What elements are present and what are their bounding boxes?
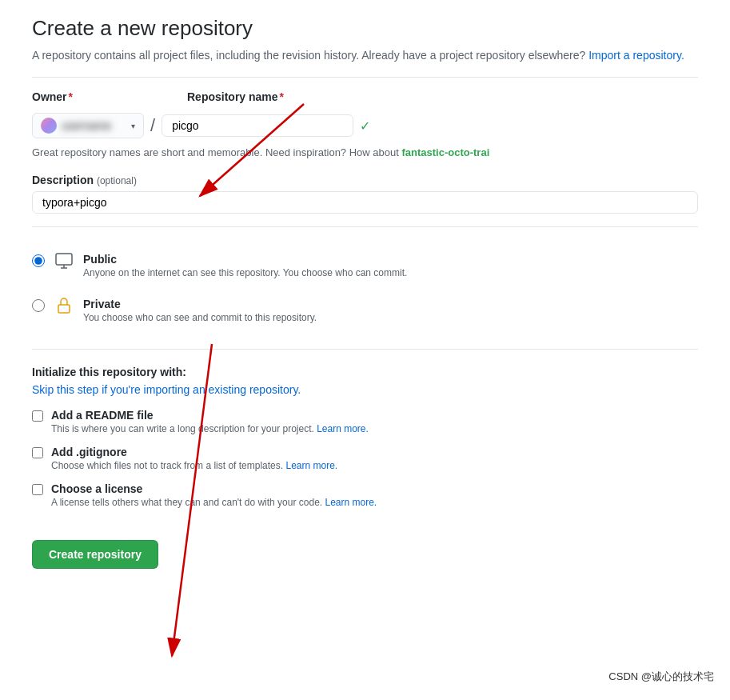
visibility-section: Public Anyone on the internet can see th…	[32, 243, 698, 333]
slash-separator: /	[150, 115, 155, 136]
divider-init	[32, 349, 698, 350]
init-section: Initialize this repository with: Skip th…	[32, 366, 698, 508]
init-title: Initialize this repository with:	[32, 366, 698, 378]
gitignore-desc: Choose which files not to track from a l…	[51, 460, 337, 471]
gitignore-label: Add .gitignore	[51, 446, 337, 458]
chevron-down-icon: ▾	[131, 122, 135, 130]
svg-rect-0	[56, 254, 72, 265]
public-option[interactable]: Public Anyone on the internet can see th…	[32, 243, 698, 288]
suggestion-link[interactable]: fantastic-octo-trai	[401, 146, 489, 158]
owner-dropdown[interactable]: username ▾	[32, 113, 144, 138]
owner-label: Owner*	[32, 90, 144, 103]
license-desc: A license tells others what they can and…	[51, 497, 377, 508]
repo-name-input[interactable]	[162, 114, 353, 137]
readme-details: Add a README file This is where you can …	[51, 409, 369, 434]
private-radio[interactable]	[32, 299, 45, 312]
owner-name: username	[62, 119, 126, 132]
private-title: Private	[83, 298, 698, 310]
readme-learn-more[interactable]: Learn more.	[317, 423, 369, 434]
description-label: Description (optional)	[32, 174, 698, 186]
divider-top	[32, 77, 698, 78]
private-option[interactable]: Private You choose who can see and commi…	[32, 288, 698, 333]
subtitle-text: A repository contains all project files,…	[32, 47, 698, 64]
license-label: Choose a license	[51, 482, 377, 495]
repo-name-label: Repository name*	[187, 90, 698, 103]
private-details: Private You choose who can see and commi…	[83, 298, 698, 323]
svg-rect-3	[58, 305, 70, 313]
readme-option[interactable]: Add a README file This is where you can …	[32, 409, 698, 434]
create-repository-button[interactable]: Create repository	[32, 540, 158, 569]
valid-check-icon: ✓	[360, 118, 370, 134]
license-option[interactable]: Choose a license A license tells others …	[32, 482, 698, 508]
license-details: Choose a license A license tells others …	[51, 482, 377, 508]
public-desc: Anyone on the internet can see this repo…	[83, 267, 698, 278]
gitignore-learn-more[interactable]: Learn more.	[285, 460, 337, 471]
description-input[interactable]	[32, 191, 698, 214]
gitignore-checkbox[interactable]	[32, 447, 43, 458]
private-desc: You choose who can see and commit to thi…	[83, 312, 698, 323]
license-checkbox[interactable]	[32, 484, 43, 495]
public-details: Public Anyone on the internet can see th…	[83, 253, 698, 278]
readme-desc: This is where you can write a long descr…	[51, 423, 369, 434]
license-learn-more[interactable]: Learn more.	[325, 497, 377, 508]
readme-checkbox[interactable]	[32, 410, 43, 422]
repo-name-hint: Great repository names are short and mem…	[32, 145, 698, 161]
public-icon	[54, 251, 74, 275]
divider-visibility	[32, 226, 698, 227]
public-title: Public	[83, 253, 698, 266]
import-link[interactable]: Import a repository.	[588, 49, 684, 62]
public-radio[interactable]	[32, 254, 45, 267]
skip-text: Skip this step if you're importing an ex…	[32, 383, 698, 396]
readme-label: Add a README file	[51, 409, 369, 422]
page-title: Create a new repository	[32, 16, 698, 41]
owner-avatar	[41, 118, 57, 134]
gitignore-option[interactable]: Add .gitignore Choose which files not to…	[32, 446, 698, 471]
gitignore-details: Add .gitignore Choose which files not to…	[51, 446, 337, 471]
private-icon	[54, 296, 74, 320]
